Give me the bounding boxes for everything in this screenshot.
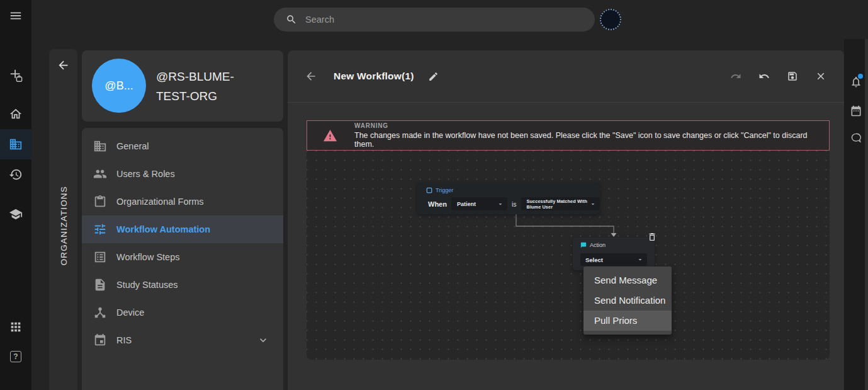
organization-settings-menu: General Users & Roles Organizational For… xyxy=(82,128,283,390)
page-scrollbar[interactable] xyxy=(865,39,868,390)
action-node-header: Action xyxy=(580,242,606,248)
save-icon[interactable] xyxy=(787,71,798,82)
edit-pencil-icon[interactable] xyxy=(428,71,439,82)
redo-icon[interactable] xyxy=(730,71,741,82)
warning-message: The changes made in the workflow have no… xyxy=(354,131,829,149)
top-bar xyxy=(0,0,868,39)
workflow-editor-panel: New Workflow(1) WARNING The changes made… xyxy=(288,50,844,390)
organizations-rail-label: ORGANIZATIONS xyxy=(59,186,68,265)
sidebar-item-label: Study Statuses xyxy=(116,280,178,290)
sidebar-item-users-roles[interactable]: Users & Roles xyxy=(82,160,283,188)
action-node[interactable]: Action Select xyxy=(573,238,655,270)
warning-triangle-icon xyxy=(323,129,337,143)
sidebar-item-label: RIS xyxy=(116,335,132,345)
tune-sliders-icon xyxy=(93,222,107,236)
global-search[interactable] xyxy=(274,8,595,32)
trigger-node-label: Trigger xyxy=(436,187,453,193)
action-node-label: Action xyxy=(590,242,606,248)
primary-nav-rail xyxy=(0,0,31,390)
sidebar-item-label: Organizational Forms xyxy=(116,197,204,207)
collapse-back-icon[interactable] xyxy=(57,59,70,72)
workflow-toolbar xyxy=(730,71,826,82)
when-label: When xyxy=(428,200,447,208)
trigger-node-header: Trigger xyxy=(426,187,453,193)
workflow-title: New Workflow(1) xyxy=(334,71,414,82)
sidebar-item-study-statuses[interactable]: Study Statuses xyxy=(82,271,283,299)
dropdown-caret-icon xyxy=(497,200,504,208)
undo-icon[interactable] xyxy=(758,71,770,82)
sidebar-item-ris[interactable]: RIS xyxy=(82,326,283,354)
trigger-type-select[interactable]: Patient xyxy=(451,197,507,210)
warning-title: WARNING xyxy=(354,122,829,129)
home-icon[interactable] xyxy=(9,107,23,121)
node-connector xyxy=(307,151,830,360)
dropdown-caret-icon xyxy=(636,256,644,263)
search-icon xyxy=(286,14,297,25)
trigger-event-select[interactable]: Successfully Matched With Blume User xyxy=(521,197,600,210)
user-avatar[interactable] xyxy=(600,9,621,30)
action-options-menu: Send Message Send Notification Pull Prio… xyxy=(583,267,672,335)
workflow-header: New Workflow(1) xyxy=(288,50,844,103)
sidebar-item-label: Device xyxy=(116,307,144,318)
back-icon[interactable] xyxy=(305,70,317,83)
device-hub-icon xyxy=(93,306,107,319)
notification-badge xyxy=(858,74,863,79)
sidebar-item-label: General xyxy=(116,141,149,151)
sidebar-item-label: Users & Roles xyxy=(116,169,175,179)
help-icon[interactable] xyxy=(9,350,23,364)
sidebar-item-device[interactable]: Device xyxy=(82,299,283,326)
action-select-value: Select xyxy=(585,256,603,263)
organization-avatar: @B... xyxy=(92,59,146,113)
action-select[interactable]: Select xyxy=(580,253,647,266)
workflow-content: WARNING The changes made in the workflow… xyxy=(288,103,844,360)
list-icon xyxy=(93,250,107,264)
sidebar-item-label: Workflow Steps xyxy=(116,252,179,262)
sidebar-item-organizational-forms[interactable]: Organizational Forms xyxy=(82,188,283,215)
trigger-event-value: Successfully Matched With Blume User xyxy=(527,198,589,210)
warning-text-block: WARNING The changes made in the workflow… xyxy=(354,122,829,149)
trigger-node-body: When Patient is Successfully Matched Wit… xyxy=(428,197,600,210)
sidebar-item-general[interactable]: General xyxy=(82,132,283,160)
organization-avatar-text: @B... xyxy=(104,79,133,93)
organizations-rail: ORGANIZATIONS xyxy=(49,49,77,390)
trigger-node[interactable]: Trigger When Patient is Successfully Mat… xyxy=(417,183,600,214)
event-calendar-icon xyxy=(93,333,107,347)
add-organization-icon[interactable] xyxy=(9,69,23,83)
sidebar-item-label: Workflow Automation xyxy=(116,224,210,234)
app-window: ORGANIZATIONS @B... @RS-BLUME-TEST-ORG G… xyxy=(0,0,868,390)
menu-item-send-notification[interactable]: Send Notification xyxy=(583,290,672,311)
organization-card: @B... @RS-BLUME-TEST-ORG xyxy=(82,50,283,122)
sidebar-item-workflow-automation[interactable]: Workflow Automation xyxy=(82,215,283,243)
is-label: is xyxy=(512,200,517,208)
action-chat-icon xyxy=(580,242,587,248)
building-icon xyxy=(93,139,107,153)
users-group-icon xyxy=(93,167,107,181)
apps-grid-icon[interactable] xyxy=(9,320,23,334)
document-icon xyxy=(93,278,107,292)
workflow-canvas[interactable]: Trigger When Patient is Successfully Mat… xyxy=(307,151,830,360)
education-icon[interactable] xyxy=(9,207,23,221)
menu-item-send-message[interactable]: Send Message xyxy=(583,270,672,290)
sidebar-item-workflow-steps[interactable]: Workflow Steps xyxy=(82,243,283,271)
trigger-icon xyxy=(426,187,432,193)
close-icon[interactable] xyxy=(815,71,826,82)
delete-node-icon[interactable] xyxy=(647,232,657,242)
history-icon[interactable] xyxy=(9,168,23,181)
dropdown-caret-icon xyxy=(589,200,597,208)
calendar-icon[interactable] xyxy=(850,105,862,117)
menu-item-pull-priors[interactable]: Pull Priors xyxy=(583,311,672,331)
organization-name: @RS-BLUME-TEST-ORG xyxy=(156,66,263,106)
organizations-icon[interactable] xyxy=(9,137,23,151)
chat-icon[interactable] xyxy=(850,132,862,144)
chevron-down-icon[interactable] xyxy=(257,334,269,347)
notifications-bell-icon[interactable] xyxy=(850,76,862,88)
unsaved-changes-warning: WARNING The changes made in the workflow… xyxy=(307,120,830,151)
trigger-type-value: Patient xyxy=(457,201,476,207)
menu-icon[interactable] xyxy=(9,9,23,23)
search-input[interactable] xyxy=(305,14,585,25)
clipboard-icon xyxy=(93,195,107,209)
